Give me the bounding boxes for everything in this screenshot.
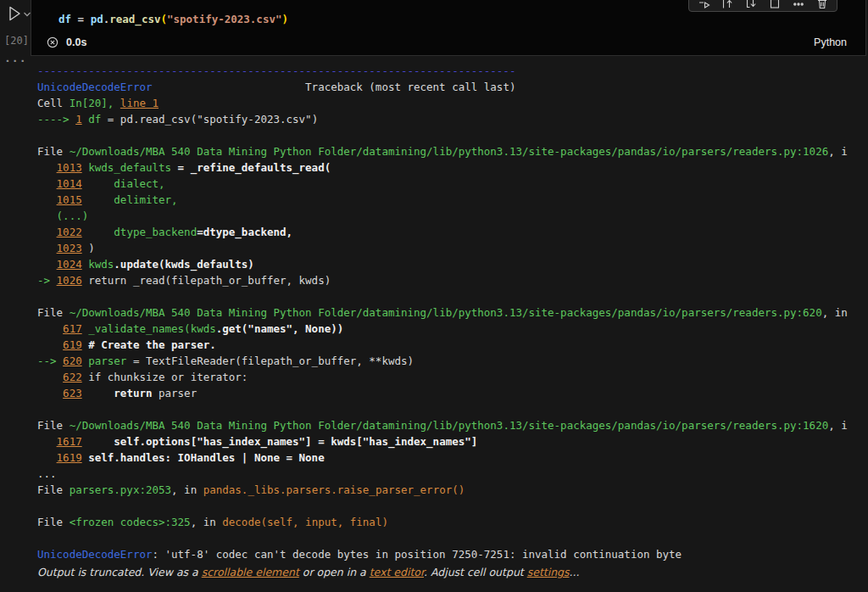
traceback-line: File parsers.pyx:2053, in pandas._libs.p… <box>37 482 868 498</box>
run-by-line-button[interactable] <box>694 0 713 10</box>
execute-cell-and-below-icon <box>744 0 758 10</box>
file-path-text: parsers.pyx:2053 <box>70 483 171 496</box>
line-number-link[interactable]: 1 <box>75 113 82 126</box>
line-number-link[interactable]: 622 <box>63 371 82 383</box>
traceback-text <box>37 451 57 464</box>
exception-name: UnicodeDecodeError <box>37 548 152 561</box>
traceback-line: File ~/Downloads/MBA 540 Data Mining Pyt… <box>37 304 868 321</box>
file-path-text: In[20], <box>70 97 114 109</box>
traceback-line: -> 1026 return _read(filepath_or_buffer,… <box>37 272 868 288</box>
file-path-text: _validate_names(kwds <box>88 322 216 335</box>
traceback-line <box>37 127 868 143</box>
exception-name: UnicodeDecodeError <box>37 81 152 93</box>
traceback-line: --> 620 parser = TextFileReader(filepath… <box>37 353 868 369</box>
truncation-text: . Adjust cell output <box>424 566 527 578</box>
line-number-link[interactable]: 1014 <box>57 177 82 190</box>
traceback-text: ) <box>82 242 95 254</box>
execute-cell-and-below-button[interactable] <box>742 0 760 10</box>
more-actions-button[interactable] <box>789 0 808 10</box>
traceback-text <box>82 435 114 448</box>
run-cell-button[interactable] <box>5 4 32 23</box>
line-number-link[interactable]: 619 <box>63 338 82 351</box>
line-number-link[interactable]: 1617 <box>57 435 82 448</box>
code-token <box>84 13 91 25</box>
delete-cell-button[interactable] <box>813 0 832 10</box>
line-number-link[interactable]: 1026 <box>57 274 82 287</box>
line-number-link[interactable]: 617 <box>63 322 82 335</box>
code-token: pd <box>91 13 103 25</box>
code-token: ) <box>281 13 288 25</box>
traceback-text <box>114 97 120 109</box>
traceback-line <box>37 401 868 417</box>
split-cell-button[interactable] <box>765 0 784 10</box>
traceback-text: .update(kwds_defaults) <box>114 258 254 271</box>
file-path-text: delimiter, <box>114 193 177 206</box>
traceback-line: ----> 1 df = pd.read_csv("spotify-2023.c… <box>37 111 868 127</box>
file-path-text: dtype_backend <box>114 226 197 238</box>
traceback-line: 619 # Create the parser. <box>37 337 868 353</box>
truncation-text: ... <box>570 566 580 578</box>
chevron-down-icon <box>25 13 31 16</box>
line-number-link[interactable]: 620 <box>63 355 82 367</box>
traceback-text: = pd.read_csv("spotify-2023.csv") <box>101 113 318 126</box>
file-path-text: <frozen codecs>:325 <box>70 516 191 528</box>
traceback-text: ... <box>37 467 57 480</box>
traceback-line: 622 if chunksize or iterator: <box>37 369 868 385</box>
line-number-link[interactable]: 623 <box>63 387 82 399</box>
truncation-link[interactable]: text editor <box>370 566 424 578</box>
traceback-line: 1024 kwds.update(kwds_defaults) <box>37 256 868 272</box>
file-path-text: kwds_defaults <box>88 161 177 174</box>
execution-status-row: 0.0s Python <box>47 36 847 49</box>
traceback-line: 1619 self.handles: IOHandles | None = No… <box>37 450 868 466</box>
file-path-text: df <box>88 113 101 126</box>
traceback-text: File <box>37 306 70 319</box>
traceback-text <box>37 161 57 174</box>
traceback-line <box>37 288 868 304</box>
more-actions-icon <box>792 0 805 10</box>
traceback-text <box>37 242 57 254</box>
code-token: df <box>58 13 71 25</box>
traceback-text <box>37 177 57 190</box>
traceback-text: parser <box>152 387 197 399</box>
traceback-text: decode(self, input, final) <box>222 516 388 528</box>
truncation-link[interactable]: scrollable element <box>202 566 299 578</box>
truncation-text: Output is truncated. View as a <box>37 566 202 578</box>
line-number-link[interactable]: 1022 <box>57 226 82 238</box>
output-options-button[interactable]: ... <box>4 53 26 64</box>
traceback-text <box>82 387 114 399</box>
file-path-text: ----> <box>37 113 75 126</box>
traceback-text: pandas._libs.parsers.raise_parser_error(… <box>203 483 465 496</box>
file-path-text: dialect, <box>114 177 164 190</box>
line-number-link[interactable]: 1023 <box>57 242 82 254</box>
language-picker[interactable]: Python <box>814 36 847 48</box>
output-truncation-message: Output is truncated. View as a scrollabl… <box>37 566 579 578</box>
file-path-text: ~/Downloads/MBA 540 Data Mining Python F… <box>70 419 829 432</box>
code-line[interactable]: df = pd.read_csv("spotify-2023.csv") <box>58 13 288 25</box>
traceback-text <box>37 435 57 448</box>
code-token: ( <box>160 13 167 25</box>
traceback-text: File <box>37 419 70 432</box>
line-number-link[interactable]: 1015 <box>57 193 82 206</box>
line-number-link[interactable]: 1013 <box>57 161 82 174</box>
line-number-link[interactable]: 1024 <box>57 258 82 271</box>
traceback-text <box>37 258 57 271</box>
line-number-link[interactable]: 1619 <box>57 451 82 464</box>
execute-above-cells-icon <box>721 0 734 10</box>
traceback-line: 1022 dtype_backend=dtype_backend, <box>37 224 868 240</box>
traceback-text: File <box>37 483 70 496</box>
traceback-line: 1023 ) <box>37 240 868 256</box>
traceback-text: Cell <box>37 97 70 109</box>
execute-above-cells-button[interactable] <box>718 0 737 10</box>
traceback-text: , in <box>822 306 848 319</box>
code-token: = <box>78 13 85 25</box>
traceback-line: 617 _validate_names(kwds.get("names", No… <box>37 321 868 337</box>
traceback-text: : 'utf-8' codec can't decode bytes in po… <box>152 548 682 561</box>
traceback-text: if chunksize or iterator: <box>88 371 248 383</box>
truncation-link[interactable]: settings <box>527 566 570 578</box>
traceback-text: = _refine_defaults_read( <box>178 161 331 174</box>
traceback-line: ----------------------------------------… <box>37 63 868 79</box>
file-path-text: ~/Downloads/MBA 540 Data Mining Python F… <box>70 306 822 319</box>
line-number-link[interactable]: line 1 <box>120 97 159 109</box>
execution-error-icon <box>47 36 58 48</box>
traceback-line: 1013 kwds_defaults = _refine_defaults_re… <box>37 159 868 176</box>
